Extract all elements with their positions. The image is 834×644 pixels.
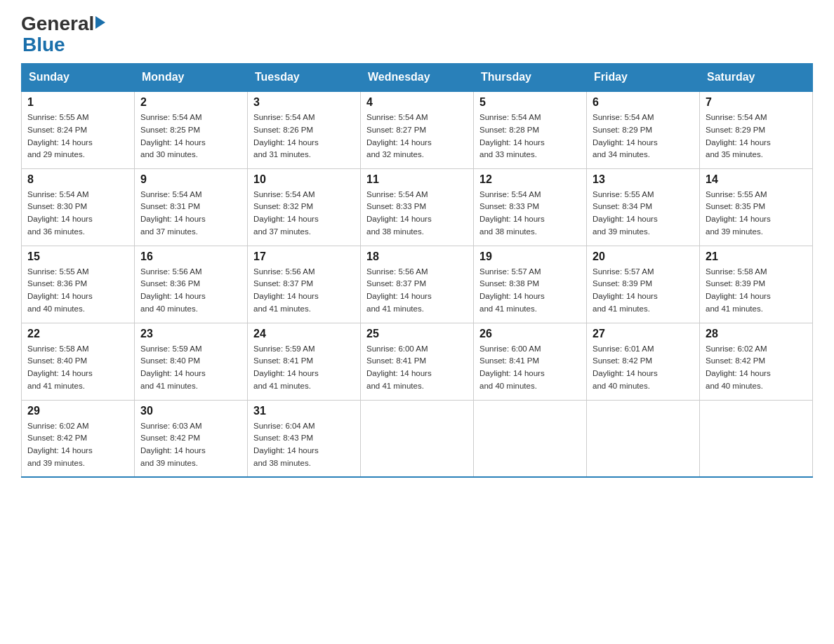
day-header-tuesday: Tuesday bbox=[248, 64, 361, 92]
day-number: 13 bbox=[593, 173, 694, 186]
calendar-cell: 16Sunrise: 5:56 AMSunset: 8:36 PMDayligh… bbox=[135, 246, 248, 323]
week-row-4: 22Sunrise: 5:58 AMSunset: 8:40 PMDayligh… bbox=[22, 323, 813, 400]
logo-arrow-icon bbox=[95, 16, 105, 29]
calendar-table: SundayMondayTuesdayWednesdayThursdayFrid… bbox=[21, 63, 813, 478]
day-number: 18 bbox=[366, 250, 468, 263]
day-info: Sunrise: 5:54 AMSunset: 8:30 PMDaylight:… bbox=[27, 189, 128, 239]
day-number: 20 bbox=[593, 250, 694, 263]
calendar-cell: 27Sunrise: 6:01 AMSunset: 8:42 PMDayligh… bbox=[587, 323, 700, 400]
day-number: 2 bbox=[140, 96, 241, 109]
day-info: Sunrise: 5:54 AMSunset: 8:33 PMDaylight:… bbox=[366, 189, 468, 239]
day-number: 19 bbox=[479, 250, 581, 263]
logo-general: General bbox=[21, 14, 94, 34]
calendar-cell: 21Sunrise: 5:58 AMSunset: 8:39 PMDayligh… bbox=[700, 246, 813, 323]
day-info: Sunrise: 5:54 AMSunset: 8:28 PMDaylight:… bbox=[479, 112, 581, 161]
calendar-cell bbox=[700, 400, 813, 477]
calendar-cell: 5Sunrise: 5:54 AMSunset: 8:28 PMDaylight… bbox=[474, 91, 587, 168]
calendar-cell bbox=[474, 400, 587, 477]
calendar-cell: 22Sunrise: 5:58 AMSunset: 8:40 PMDayligh… bbox=[22, 323, 135, 400]
day-header-thursday: Thursday bbox=[474, 64, 587, 92]
calendar-cell: 30Sunrise: 6:03 AMSunset: 8:42 PMDayligh… bbox=[135, 400, 248, 477]
day-info: Sunrise: 5:54 AMSunset: 8:25 PMDaylight:… bbox=[140, 112, 241, 161]
day-number: 31 bbox=[253, 405, 355, 417]
day-number: 7 bbox=[706, 96, 807, 109]
calendar-cell: 26Sunrise: 6:00 AMSunset: 8:41 PMDayligh… bbox=[474, 323, 587, 400]
day-info: Sunrise: 5:54 AMSunset: 8:29 PMDaylight:… bbox=[593, 112, 694, 161]
day-info: Sunrise: 5:55 AMSunset: 8:34 PMDaylight:… bbox=[593, 189, 694, 239]
day-info: Sunrise: 5:54 AMSunset: 8:27 PMDaylight:… bbox=[366, 112, 468, 161]
logo: General Blue bbox=[21, 14, 105, 56]
day-info: Sunrise: 5:57 AMSunset: 8:39 PMDaylight:… bbox=[593, 266, 694, 316]
day-info: Sunrise: 6:02 AMSunset: 8:42 PMDaylight:… bbox=[27, 420, 128, 470]
day-info: Sunrise: 5:56 AMSunset: 8:37 PMDaylight:… bbox=[366, 266, 468, 316]
calendar-cell: 3Sunrise: 5:54 AMSunset: 8:26 PMDaylight… bbox=[248, 91, 361, 168]
calendar-cell bbox=[361, 400, 474, 477]
day-number: 14 bbox=[706, 173, 807, 186]
days-header-row: SundayMondayTuesdayWednesdayThursdayFrid… bbox=[22, 64, 813, 92]
day-number: 29 bbox=[27, 405, 128, 417]
day-header-friday: Friday bbox=[587, 64, 700, 92]
day-info: Sunrise: 5:54 AMSunset: 8:33 PMDaylight:… bbox=[479, 189, 581, 239]
day-number: 30 bbox=[140, 405, 241, 417]
day-number: 6 bbox=[593, 96, 694, 109]
day-number: 17 bbox=[253, 250, 355, 263]
calendar-cell: 14Sunrise: 5:55 AMSunset: 8:35 PMDayligh… bbox=[700, 168, 813, 246]
day-info: Sunrise: 5:55 AMSunset: 8:35 PMDaylight:… bbox=[706, 189, 807, 239]
calendar-cell: 6Sunrise: 5:54 AMSunset: 8:29 PMDaylight… bbox=[587, 91, 700, 168]
week-row-3: 15Sunrise: 5:55 AMSunset: 8:36 PMDayligh… bbox=[22, 246, 813, 323]
day-info: Sunrise: 5:54 AMSunset: 8:32 PMDaylight:… bbox=[253, 189, 355, 239]
calendar-cell: 13Sunrise: 5:55 AMSunset: 8:34 PMDayligh… bbox=[587, 168, 700, 246]
day-info: Sunrise: 5:59 AMSunset: 8:40 PMDaylight:… bbox=[140, 343, 241, 393]
week-row-2: 8Sunrise: 5:54 AMSunset: 8:30 PMDaylight… bbox=[22, 168, 813, 246]
day-number: 12 bbox=[479, 173, 581, 186]
day-number: 26 bbox=[479, 328, 581, 340]
calendar-cell: 17Sunrise: 5:56 AMSunset: 8:37 PMDayligh… bbox=[248, 246, 361, 323]
day-number: 4 bbox=[366, 96, 468, 109]
day-number: 27 bbox=[593, 328, 694, 340]
day-number: 5 bbox=[479, 96, 581, 109]
day-info: Sunrise: 5:54 AMSunset: 8:31 PMDaylight:… bbox=[140, 189, 241, 239]
day-number: 3 bbox=[253, 96, 355, 109]
calendar-cell: 9Sunrise: 5:54 AMSunset: 8:31 PMDaylight… bbox=[135, 168, 248, 246]
day-info: Sunrise: 5:59 AMSunset: 8:41 PMDaylight:… bbox=[253, 343, 355, 393]
calendar-cell: 31Sunrise: 6:04 AMSunset: 8:43 PMDayligh… bbox=[248, 400, 361, 477]
day-header-saturday: Saturday bbox=[700, 64, 813, 92]
page-header: General Blue bbox=[21, 14, 813, 56]
calendar-cell: 2Sunrise: 5:54 AMSunset: 8:25 PMDaylight… bbox=[135, 91, 248, 168]
day-number: 15 bbox=[27, 250, 128, 263]
day-info: Sunrise: 6:01 AMSunset: 8:42 PMDaylight:… bbox=[593, 343, 694, 393]
day-header-sunday: Sunday bbox=[22, 64, 135, 92]
calendar-cell: 4Sunrise: 5:54 AMSunset: 8:27 PMDaylight… bbox=[361, 91, 474, 168]
day-info: Sunrise: 5:58 AMSunset: 8:40 PMDaylight:… bbox=[27, 343, 128, 393]
calendar-cell: 18Sunrise: 5:56 AMSunset: 8:37 PMDayligh… bbox=[361, 246, 474, 323]
calendar-cell: 28Sunrise: 6:02 AMSunset: 8:42 PMDayligh… bbox=[700, 323, 813, 400]
day-number: 9 bbox=[140, 173, 241, 186]
day-info: Sunrise: 5:56 AMSunset: 8:37 PMDaylight:… bbox=[253, 266, 355, 316]
calendar-cell: 7Sunrise: 5:54 AMSunset: 8:29 PMDaylight… bbox=[700, 91, 813, 168]
calendar-cell: 20Sunrise: 5:57 AMSunset: 8:39 PMDayligh… bbox=[587, 246, 700, 323]
logo-blue-text: Blue bbox=[22, 34, 105, 56]
day-info: Sunrise: 6:00 AMSunset: 8:41 PMDaylight:… bbox=[479, 343, 581, 393]
day-number: 10 bbox=[253, 173, 355, 186]
calendar-cell: 24Sunrise: 5:59 AMSunset: 8:41 PMDayligh… bbox=[248, 323, 361, 400]
calendar-cell bbox=[587, 400, 700, 477]
week-row-5: 29Sunrise: 6:02 AMSunset: 8:42 PMDayligh… bbox=[22, 400, 813, 477]
calendar-cell: 1Sunrise: 5:55 AMSunset: 8:24 PMDaylight… bbox=[22, 91, 135, 168]
calendar-cell: 25Sunrise: 6:00 AMSunset: 8:41 PMDayligh… bbox=[361, 323, 474, 400]
day-info: Sunrise: 5:54 AMSunset: 8:26 PMDaylight:… bbox=[253, 112, 355, 161]
calendar-cell: 19Sunrise: 5:57 AMSunset: 8:38 PMDayligh… bbox=[474, 246, 587, 323]
day-number: 25 bbox=[366, 328, 468, 340]
day-info: Sunrise: 5:56 AMSunset: 8:36 PMDaylight:… bbox=[140, 266, 241, 316]
day-header-monday: Monday bbox=[135, 64, 248, 92]
day-number: 11 bbox=[366, 173, 468, 186]
calendar-cell: 15Sunrise: 5:55 AMSunset: 8:36 PMDayligh… bbox=[22, 246, 135, 323]
day-header-wednesday: Wednesday bbox=[361, 64, 474, 92]
calendar-cell: 23Sunrise: 5:59 AMSunset: 8:40 PMDayligh… bbox=[135, 323, 248, 400]
day-number: 22 bbox=[27, 328, 128, 340]
day-number: 16 bbox=[140, 250, 241, 263]
day-number: 24 bbox=[253, 328, 355, 340]
day-info: Sunrise: 6:02 AMSunset: 8:42 PMDaylight:… bbox=[706, 343, 807, 393]
day-info: Sunrise: 5:54 AMSunset: 8:29 PMDaylight:… bbox=[706, 112, 807, 161]
day-info: Sunrise: 6:04 AMSunset: 8:43 PMDaylight:… bbox=[253, 420, 355, 470]
day-number: 8 bbox=[27, 173, 128, 186]
